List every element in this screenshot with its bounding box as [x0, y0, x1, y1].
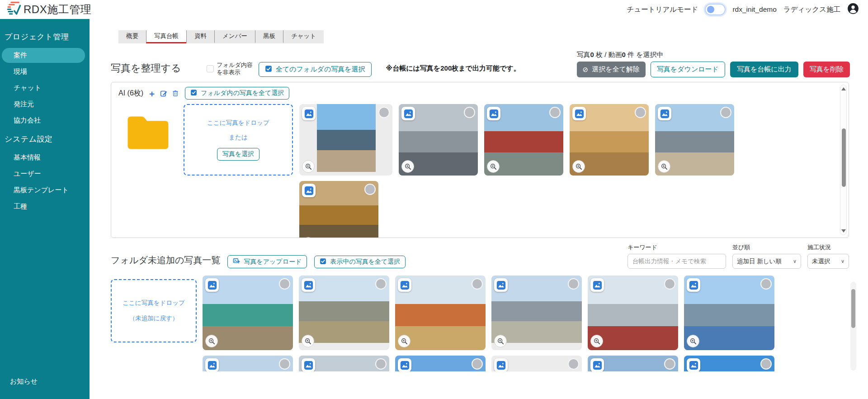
company-name: ラディックス施工 [783, 5, 840, 14]
keyword-search-input[interactable] [627, 254, 726, 269]
sidebar-nav: プロジェクト管理案件現場チャット発注元協力会社システム設定基本情報ユーザー黒板テ… [0, 27, 90, 214]
tab-chat[interactable]: チャット [283, 30, 324, 43]
scroll-up-icon[interactable] [841, 87, 846, 90]
hide-folder-contents-checkbox[interactable] [207, 65, 214, 72]
photo-card[interactable] [395, 356, 486, 371]
tab-shiryo[interactable]: 資料 [186, 30, 214, 43]
zoom-in-icon[interactable] [572, 160, 585, 173]
photo-card[interactable] [684, 356, 774, 371]
delete-photos-button[interactable]: 写真を削除 [803, 62, 850, 77]
photo-select-circle[interactable] [720, 107, 731, 118]
dropzone-text: （未追加に戻す） [129, 314, 179, 323]
photo-card[interactable] [588, 276, 678, 350]
image-badge-icon [494, 358, 508, 371]
tab-member[interactable]: メンバー [214, 30, 255, 43]
photo-card[interactable] [299, 356, 389, 371]
photo-select-circle[interactable] [472, 358, 483, 370]
zoom-in-icon[interactable] [302, 160, 315, 173]
photo-card[interactable] [484, 104, 563, 176]
export-to-album-button[interactable]: 写真を台帳に出力 [730, 62, 798, 77]
selection-status: 写真0 枚 / 動画0 件 を選択中 [577, 51, 664, 59]
folder-photo-row-1: ここに写真をドロップ または 写真を選択 [118, 104, 835, 176]
folder-dropzone[interactable]: ここに写真をドロップ または 写真を選択 [184, 104, 293, 176]
zoom-in-icon[interactable] [658, 160, 670, 173]
upload-image-icon [233, 257, 240, 266]
photo-select-circle[interactable] [375, 358, 387, 370]
folder-icon[interactable] [118, 104, 177, 176]
sort-order-select[interactable]: 追加日 新しい順 ∨ [732, 254, 801, 269]
photo-card[interactable] [570, 104, 649, 176]
select-all-folders-button[interactable]: 全てのフォルダの写真を選択 [259, 62, 372, 77]
select-all-in-folder-button[interactable]: フォルダ内の写真を全て選択 [185, 87, 289, 100]
user-account-icon[interactable] [847, 3, 859, 16]
photo-card[interactable] [299, 181, 378, 238]
hide-folder-contents-group: フォルダ内容 を非表示 [207, 62, 253, 76]
sidebar-item-koshu[interactable]: 工種 [0, 199, 90, 214]
photo-card[interactable] [491, 276, 582, 350]
construction-status-select[interactable]: 未選択 ∨ [807, 254, 849, 269]
scroll-down-icon[interactable] [841, 229, 846, 233]
add-folder-icon[interactable]: ＋ [147, 89, 156, 98]
photo-select-circle[interactable] [635, 107, 646, 118]
scrollbar-thumb[interactable] [842, 128, 846, 187]
zoom-in-icon[interactable] [590, 335, 603, 347]
scrollbar-thumb[interactable] [851, 289, 855, 328]
photo-card[interactable] [399, 104, 478, 176]
unassign-dropzone[interactable]: ここに写真をドロップ （未追加に戻す） [111, 279, 197, 342]
sidebar-item-anken[interactable]: 案件 [2, 48, 85, 63]
sidebar-item-kihon-joho[interactable]: 基本情報 [0, 150, 90, 165]
zoom-in-icon[interactable] [302, 335, 314, 347]
sidebar-item-oshirase[interactable]: お知らせ [0, 374, 90, 389]
clear-selection-button[interactable]: ⊘ 選択を全て解除 [577, 62, 646, 77]
zoom-in-icon[interactable] [205, 335, 218, 347]
zoom-in-icon[interactable] [398, 335, 410, 347]
photo-select-circle[interactable] [664, 358, 675, 370]
unassigned-scrollbar[interactable] [850, 282, 856, 370]
tab-gaiyo[interactable]: 概要 [118, 30, 146, 43]
photo-card[interactable] [588, 356, 678, 371]
select-all-visible-button[interactable]: 表示中の写真を全て選択 [314, 256, 406, 268]
image-badge-icon [302, 107, 316, 120]
tab-shashin-daicho[interactable]: 写真台帳 [146, 30, 186, 43]
edit-folder-icon[interactable] [160, 90, 168, 97]
zoom-in-icon[interactable] [487, 160, 500, 173]
photo-select-circle[interactable] [378, 107, 390, 118]
sidebar-item-kyoryoku-gaisha[interactable]: 協力会社 [0, 113, 90, 128]
sidebar-item-kokuban-template[interactable]: 黒板テンプレート [0, 183, 90, 198]
photo-select-circle[interactable] [760, 358, 772, 370]
photo-card[interactable] [299, 104, 392, 176]
zoom-in-icon[interactable] [494, 335, 507, 347]
zoom-in-icon[interactable] [687, 335, 699, 347]
photo-card[interactable] [655, 104, 734, 176]
photo-card[interactable] [395, 276, 486, 350]
upload-photos-button[interactable]: 写真をアップロード [227, 255, 307, 268]
photo-card[interactable] [203, 276, 293, 350]
tutorial-mode-toggle[interactable] [705, 4, 726, 15]
photo-card[interactable] [299, 276, 389, 350]
download-photos-button[interactable]: 写真をダウンロード [651, 62, 725, 77]
photo-select-circle[interactable] [279, 358, 290, 370]
photo-select-circle[interactable] [568, 278, 579, 290]
photo-select-circle[interactable] [549, 107, 561, 118]
delete-folder-icon[interactable] [172, 90, 179, 97]
photo-select-circle[interactable] [664, 278, 675, 290]
sidebar-item-hacchumoto[interactable]: 発注元 [0, 97, 90, 112]
sidebar-item-genba[interactable]: 現場 [0, 64, 90, 79]
photo-select-circle[interactable] [364, 184, 376, 195]
photo-card[interactable] [203, 356, 293, 371]
photo-card[interactable] [491, 356, 582, 371]
photo-select-circle[interactable] [760, 278, 772, 290]
zoom-in-icon[interactable] [401, 160, 414, 173]
photo-select-circle[interactable] [375, 278, 387, 290]
photo-card[interactable] [684, 276, 774, 350]
sidebar-item-user[interactable]: ユーザー [0, 166, 90, 181]
tab-kokuban[interactable]: 黒板 [255, 30, 283, 43]
select-photos-button[interactable]: 写真を選択 [217, 148, 259, 161]
photo-select-circle[interactable] [568, 358, 579, 370]
dropzone-text: ここに写真をドロップ [123, 299, 185, 307]
photo-select-circle[interactable] [464, 107, 475, 118]
photo-select-circle[interactable] [472, 278, 483, 290]
photo-select-circle[interactable] [279, 278, 290, 290]
sidebar-item-chat[interactable]: チャット [0, 81, 90, 95]
folder-scrollbar[interactable] [840, 85, 847, 235]
